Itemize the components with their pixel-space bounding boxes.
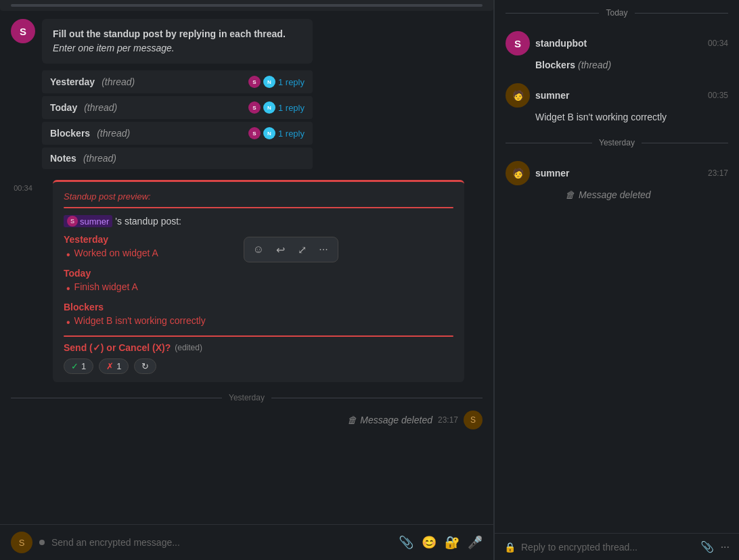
preview-blockers-content: • Widget B isn't working correctly: [64, 315, 453, 329]
sumner-timestamp-deleted: 23:17: [708, 168, 728, 178]
reaction-cross[interactable]: ✗ 1: [99, 358, 129, 374]
instruction-text: Fill out the standup post by replying in…: [53, 27, 302, 55]
sumner-username2: sumner: [535, 168, 570, 179]
thread-item-blockers[interactable]: Blockers (thread) S N 1 reply: [42, 122, 313, 145]
top-partial-scroll: [0, 0, 493, 11]
bot-message-block: S Fill out the standup post by replying …: [0, 14, 493, 177]
standupbot-username: standupbot: [535, 38, 587, 49]
right-message-standupbot: S standupbot 00:34 Blockers (thread): [495, 26, 739, 78]
right-chat-area: Today S standupbot 00:34 Blockers (threa…: [495, 0, 739, 533]
sumner-timestamp-blockers: 00:35: [708, 91, 728, 100]
right-yesterday-divider: Yesterday: [495, 130, 739, 156]
deleted-user-avatar: S: [464, 411, 483, 429]
reply-avatar-s3: S: [248, 127, 261, 139]
input-user-avatar: S: [11, 532, 32, 553]
right-deleted-msg: 🗑 Message deleted: [535, 188, 728, 202]
left-panel: S Fill out the standup post by replying …: [0, 0, 494, 560]
right-today-divider: Today: [495, 0, 739, 26]
reply-count-yesterday: S N 1 reply: [248, 76, 305, 88]
forward-button[interactable]: ⤢: [292, 240, 312, 259]
instruction-box: Fill out the standup post by replying in…: [42, 19, 313, 64]
chat-area: S Fill out the standup post by replying …: [0, 14, 493, 524]
reply-text-today: 1 reply: [278, 103, 305, 113]
preview-label: Standup post preview:: [64, 191, 453, 202]
username-pill: S sumner: [64, 215, 112, 227]
bot-avatar: S: [11, 19, 35, 43]
reply-button[interactable]: ↩: [270, 240, 290, 259]
thread-item-yesterday[interactable]: Yesterday (thread) S N 1 reply: [42, 70, 313, 93]
reaction-refresh[interactable]: ↻: [134, 358, 156, 374]
reply-text: 1 reply: [278, 77, 305, 87]
reaction-row: ✓ 1 ✗ 1 ↻: [64, 358, 453, 374]
input-icons: 📎 😊 🔐 🎤: [399, 535, 483, 550]
right-more-icon[interactable]: ···: [721, 541, 730, 553]
right-panel: Today S standupbot 00:34 Blockers (threa…: [494, 0, 739, 560]
standupbot-avatar: S: [506, 31, 530, 55]
more-button[interactable]: ···: [313, 240, 334, 259]
right-input-bar: 🔒 Reply to encrypted thread... 📎 ···: [495, 533, 739, 560]
message-input-field[interactable]: Send an encrypted message...: [51, 537, 392, 548]
right-msg-header-bot: S standupbot 00:34: [506, 31, 728, 55]
thread-item-today[interactable]: Today (thread) S N 1 reply: [42, 96, 313, 119]
right-message-sumner-deleted: 🧑 sumner 23:17 🗑 Message deleted: [495, 156, 739, 208]
preview-section-today: Today: [64, 268, 453, 279]
message-toolbar: ☺ ↩ ⤢ ···: [244, 237, 338, 262]
encrypted-indicator: [39, 540, 45, 545]
standup-preview-row: 00:34 ☺ ↩ ⤢ ··· Standup post preview: S: [0, 177, 493, 388]
reply-avatar-s: S: [248, 76, 261, 88]
reply-count-today: S N 1 reply: [248, 101, 305, 114]
right-msg-header-sumner: 🧑 sumner 00:35: [506, 83, 728, 108]
encrypt-icon[interactable]: 🔐: [445, 535, 460, 550]
right-msg-header-sumner2: 🧑 sumner 23:17: [506, 161, 728, 185]
reply-avatar-n2: N: [263, 101, 275, 114]
sumner-blockers-body: Widget B isn't working correctly: [506, 110, 728, 124]
sumner-username: sumner: [535, 90, 570, 101]
reply-count-blockers: S N 1 reply: [248, 127, 305, 139]
mic-icon[interactable]: 🎤: [468, 535, 483, 550]
lock-icon: 🔒: [504, 542, 516, 553]
standupbot-timestamp: 00:34: [708, 39, 728, 48]
preview-section-blockers: Blockers: [64, 302, 453, 312]
right-message-sumner-blockers: 🧑 sumner 00:35 Widget B isn't working co…: [495, 78, 739, 130]
deleted-message-row: 🗑 Message deleted 23:17 S: [0, 408, 493, 432]
send-cancel-line: Send (✓) or Cancel (X)? (edited): [64, 342, 453, 353]
emoji-button[interactable]: ☺: [248, 240, 269, 259]
thread-item-notes[interactable]: Notes (thread): [42, 147, 313, 169]
preview-bullet-blockers-1: • Widget B isn't working correctly: [66, 315, 453, 329]
preview-user-line: S sumner 's standup post:: [64, 215, 453, 227]
preview-bullet-today-1: • Finish widget A: [66, 281, 453, 295]
standup-preview-container: ☺ ↩ ⤢ ··· Standup post preview: S sumner…: [42, 180, 475, 388]
standupbot-body: Blockers (thread): [506, 58, 728, 72]
reply-text-blockers: 1 reply: [278, 129, 305, 139]
message-content: Fill out the standup post by replying in…: [42, 19, 483, 172]
reply-avatar-n3: N: [263, 127, 275, 139]
standup-preview: Standup post preview: S sumner 's standu…: [53, 180, 464, 382]
sumner-deleted-body: 🗑 Message deleted: [506, 188, 728, 202]
yesterday-divider: Yesterday: [0, 388, 493, 408]
deleted-message: 🗑 Message deleted: [347, 415, 432, 425]
reply-avatar-n: N: [263, 76, 275, 88]
sumner-avatar2: 🧑: [506, 161, 530, 185]
preview-bottom-divider: [64, 335, 453, 337]
reaction-checkmark[interactable]: ✓ 1: [64, 358, 93, 374]
sumner-avatar: 🧑: [506, 83, 530, 108]
emoji-icon[interactable]: 😊: [422, 535, 436, 550]
reply-avatar-s2: S: [248, 101, 261, 114]
right-attachment-icon[interactable]: 📎: [700, 540, 714, 553]
message-input-bar: S Send an encrypted message... 📎 😊 🔐 🎤: [0, 524, 493, 560]
right-input-icons: 📎 ···: [700, 540, 730, 553]
timestamp-label: 00:34: [11, 184, 35, 192]
attachment-icon[interactable]: 📎: [399, 535, 413, 550]
preview-today-content: • Finish widget A: [64, 281, 453, 295]
preview-top-divider: [64, 207, 453, 208]
